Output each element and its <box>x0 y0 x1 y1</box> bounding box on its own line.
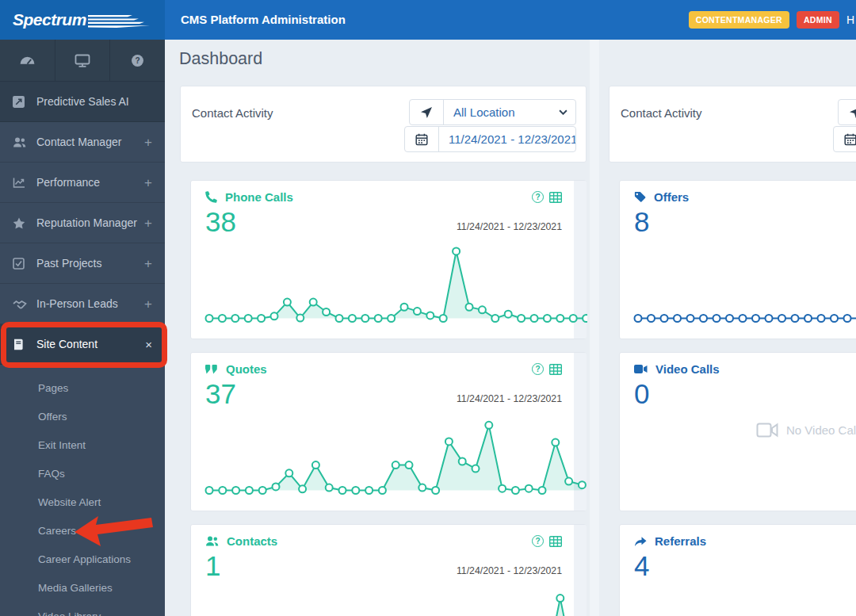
quotes-icon <box>205 364 218 375</box>
offers-sparkline <box>620 239 856 323</box>
sidebar-item-label: In-Person Leads <box>34 297 144 310</box>
metric-value: 0 <box>634 378 649 410</box>
chart-box-icon <box>13 96 34 108</box>
sidebar-subitem-website-alert[interactable]: Website Alert <box>0 488 165 517</box>
location-select[interactable]: All Location <box>409 99 576 125</box>
sidebar-item-label: Contact Manager <box>34 136 144 148</box>
sidebar-subitem-careers[interactable]: Careers <box>0 517 165 545</box>
date-range-value: 11/24/2021 - 12/23/2021 <box>439 132 576 146</box>
quotes-card: Quotes ? 37 11/24/2021 - 12/23/2021 <box>190 352 587 511</box>
logo-text: Spectrum <box>13 10 86 29</box>
role-badge-contentmanager: CONTENTMANAGER <box>689 11 789 29</box>
video-calls-card: Video Calls ? 0 11/24/2021 - 12/23/2021 … <box>619 352 856 511</box>
metric-value: 8 <box>634 206 649 238</box>
logo-swoosh-icon <box>88 14 150 29</box>
sidebar-item-in-person-leads[interactable]: In-Person Leads + <box>0 284 165 324</box>
quotes-sparkline <box>191 411 587 495</box>
user-name-partial[interactable]: H <box>846 13 854 26</box>
metric-value: 38 <box>205 206 236 238</box>
metric-label: Referrals <box>655 534 706 548</box>
metric-value: 1 <box>205 550 220 582</box>
expand-plus-icon[interactable]: + <box>144 136 152 149</box>
gauge-icon[interactable] <box>0 40 55 81</box>
metric-label: Video Calls <box>655 362 720 376</box>
star-icon <box>13 217 34 229</box>
contact-activity-panel-left: Contact Activity All Location 11/24/2021… <box>180 86 587 163</box>
site-content-submenu: Pages Offers Exit Intent FAQs Website Al… <box>0 365 165 616</box>
app-logo[interactable]: Spectrum <box>0 0 165 40</box>
sidebar-item-label: Reputation Manager <box>34 216 144 229</box>
date-range-input[interactable]: 11/24/2021 - 12/23/2021 <box>404 126 576 152</box>
page-title: Dashboard <box>179 49 262 69</box>
sidebar-item-label: Predictive Sales AI <box>34 95 152 108</box>
video-camera-outline-icon <box>756 423 778 438</box>
sidebar-item-site-content[interactable]: Site Content × <box>0 324 165 365</box>
expand-plus-icon[interactable]: + <box>144 297 152 311</box>
location-arrow-icon <box>410 100 444 124</box>
sidebar-subitem-offers[interactable]: Offers <box>0 403 165 431</box>
metric-label: Contacts <box>227 534 277 548</box>
metric-label: Offers <box>654 190 689 204</box>
calendar-icon <box>405 127 439 151</box>
metric-date-range: 11/24/2021 - 12/23/2021 <box>457 221 562 232</box>
sidebar-item-performance[interactable]: Performance + <box>0 163 165 203</box>
contacts-sparkline <box>191 583 587 616</box>
table-view-icon[interactable] <box>549 536 562 547</box>
location-arrow-icon <box>839 100 856 124</box>
help-icon[interactable]: ? <box>110 40 165 81</box>
main-scrollbar-track[interactable] <box>590 40 599 616</box>
table-view-icon[interactable] <box>549 192 562 203</box>
help-circle-icon[interactable]: ? <box>532 191 544 203</box>
sidebar: ? Predictive Sales AI Contact Manager + … <box>0 40 165 616</box>
sidebar-subitem-faqs[interactable]: FAQs <box>0 460 165 488</box>
check-square-icon <box>13 258 34 270</box>
table-view-icon[interactable] <box>549 364 562 375</box>
panel-title: Contact Activity <box>192 106 273 120</box>
sidebar-item-past-projects[interactable]: Past Projects + <box>0 243 165 284</box>
metric-value: 4 <box>634 550 649 582</box>
help-circle-icon[interactable]: ? <box>532 535 544 547</box>
role-badge-admin: ADMIN <box>797 11 839 29</box>
metric-date-range: 11/24/2021 - 12/23/2021 <box>457 565 562 576</box>
sidebar-subitem-video-library[interactable]: Video Library <box>0 603 165 616</box>
location-select[interactable]: All Location <box>838 99 856 125</box>
sidebar-item-label: Past Projects <box>34 257 144 270</box>
sidebar-subitem-pages[interactable]: Pages <box>0 374 165 403</box>
metric-label: Phone Calls <box>225 190 293 204</box>
panel-title: Contact Activity <box>621 106 702 120</box>
page-app-title: CMS Platform Administration <box>181 0 346 40</box>
date-range-input[interactable]: 11/24/2021 - 12/23/2021 <box>833 126 856 152</box>
sidebar-subitem-exit-intent[interactable]: Exit Intent <box>0 431 165 460</box>
sidebar-quick-icons: ? <box>0 40 165 82</box>
expand-plus-icon[interactable]: + <box>144 257 152 270</box>
users-icon <box>13 136 34 148</box>
phone-calls-card: Phone Calls ? 38 11/24/2021 - 12/23/2021 <box>190 180 587 339</box>
book-icon <box>13 339 34 350</box>
tag-icon <box>634 191 646 203</box>
top-header: Spectrum CMS Platform Administration CON… <box>0 0 856 40</box>
sidebar-item-reputation-manager[interactable]: Reputation Manager + <box>0 203 165 243</box>
phone-calls-sparkline <box>191 239 587 323</box>
metric-date-range: 11/24/2021 - 12/23/2021 <box>457 393 562 404</box>
contacts-users-icon <box>205 535 219 547</box>
contacts-card: Contacts ? 1 11/24/2021 - 12/23/2021 <box>190 524 587 616</box>
sidebar-item-contact-manager[interactable]: Contact Manager + <box>0 122 165 163</box>
help-circle-icon[interactable]: ? <box>532 363 544 375</box>
handshake-icon <box>13 299 34 309</box>
video-camera-icon <box>634 364 648 374</box>
offers-card: Offers ? 8 11/24/2021 - 12/23/2021 <box>619 180 856 339</box>
sidebar-item-label: Site Content <box>34 338 145 350</box>
expand-plus-icon[interactable]: + <box>144 176 152 189</box>
sidebar-subitem-media-galleries[interactable]: Media Galleries <box>0 574 165 603</box>
monitor-icon[interactable] <box>55 40 111 81</box>
chevron-down-icon <box>559 109 575 115</box>
sidebar-item-predictive-sales-ai[interactable]: Predictive Sales AI <box>0 82 165 122</box>
sidebar-item-label: Performance <box>34 176 144 189</box>
sidebar-subitem-career-applications[interactable]: Career Applications <box>0 545 165 574</box>
close-icon[interactable]: × <box>145 339 152 350</box>
phone-icon <box>205 191 217 203</box>
share-arrow-icon <box>634 536 647 547</box>
no-video-calls-text: No Video Calls <box>786 423 856 437</box>
metric-value: 37 <box>205 378 236 410</box>
expand-plus-icon[interactable]: + <box>144 216 152 230</box>
